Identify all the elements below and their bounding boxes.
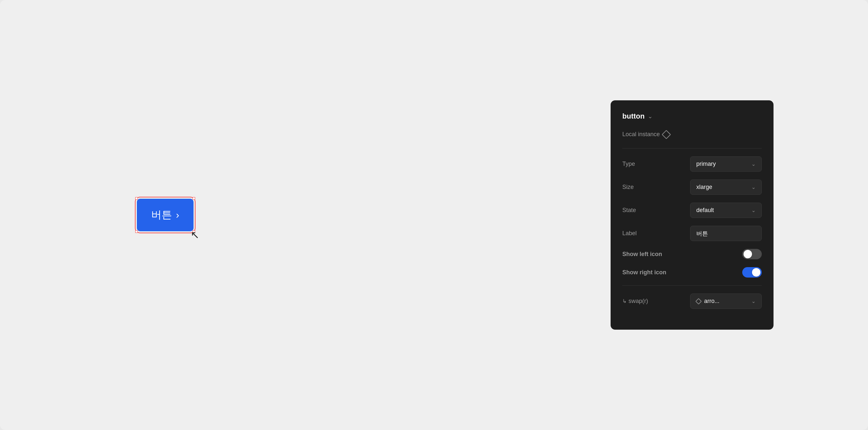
button-arrow-icon: ›: [176, 210, 179, 220]
selection-handle-tl: [135, 197, 138, 200]
swap-label-text: swap(r): [628, 298, 648, 305]
canvas-button-wrapper: 버튼 › ↖: [137, 199, 193, 231]
local-instance-diamond-icon[interactable]: [662, 130, 671, 139]
prop-row-size: Size xlarge ⌄: [622, 180, 762, 195]
size-dropdown-value: xlarge: [696, 184, 747, 191]
panel-title: button: [622, 112, 645, 121]
local-instance-row: Local instance: [622, 131, 762, 138]
state-dropdown[interactable]: default ⌄: [690, 203, 762, 218]
prop-label-swap: ↳ swap(r): [622, 298, 648, 305]
prop-row-swap: ↳ swap(r) arro... ⌄: [622, 294, 762, 309]
size-dropdown-chevron-icon: ⌄: [751, 184, 755, 190]
panel-header: button ⌄: [622, 112, 762, 121]
divider-1: [622, 148, 762, 149]
button-label: 버튼: [151, 208, 172, 222]
prop-label-show-right-icon: Show right icon: [622, 269, 666, 276]
prop-label-size: Size: [622, 184, 634, 191]
prop-label-show-left-icon: Show left icon: [622, 251, 662, 258]
prop-label-label: Label: [622, 230, 637, 237]
state-dropdown-chevron-icon: ⌄: [751, 207, 755, 213]
cursor-icon: ↖: [191, 229, 199, 241]
panel-chevron-icon[interactable]: ⌄: [648, 113, 653, 120]
prop-label-type: Type: [622, 161, 635, 167]
prop-row-state: State default ⌄: [622, 203, 762, 218]
type-dropdown[interactable]: primary ⌄: [690, 156, 762, 172]
selection-handle-bl: [135, 230, 138, 233]
show-left-icon-toggle-knob: [744, 250, 752, 258]
label-input[interactable]: [690, 226, 762, 241]
divider-2: [622, 285, 762, 286]
prop-row-type: Type primary ⌄: [622, 156, 762, 172]
swap-dropdown-inner: arro...: [696, 298, 748, 305]
swap-dropdown[interactable]: arro... ⌄: [690, 294, 762, 309]
prop-row-show-right-icon: Show right icon: [622, 267, 762, 278]
canvas-area: 버튼 › ↖ button ⌄ Local instance Type prim…: [0, 0, 868, 430]
selection-handle-tr: [192, 197, 195, 200]
swap-dropdown-value: arro...: [704, 298, 719, 305]
properties-panel: button ⌄ Local instance Type primary ⌄ S…: [611, 100, 774, 330]
show-right-icon-toggle[interactable]: [742, 267, 762, 278]
prop-label-state: State: [622, 207, 636, 214]
show-left-icon-toggle[interactable]: [742, 249, 762, 259]
swap-arrow-icon: ↳: [622, 298, 626, 304]
swap-diamond-icon: [695, 298, 702, 305]
state-dropdown-value: default: [696, 207, 747, 214]
swap-dropdown-chevron-icon: ⌄: [751, 298, 755, 304]
canvas-button[interactable]: 버튼 › ↖: [137, 199, 193, 231]
show-right-icon-toggle-knob: [752, 268, 761, 277]
prop-row-label: Label: [622, 226, 762, 241]
type-dropdown-chevron-icon: ⌄: [751, 161, 755, 167]
prop-row-show-left-icon: Show left icon: [622, 249, 762, 259]
type-dropdown-value: primary: [696, 161, 747, 167]
size-dropdown[interactable]: xlarge ⌄: [690, 180, 762, 195]
local-instance-label: Local instance: [622, 131, 660, 138]
